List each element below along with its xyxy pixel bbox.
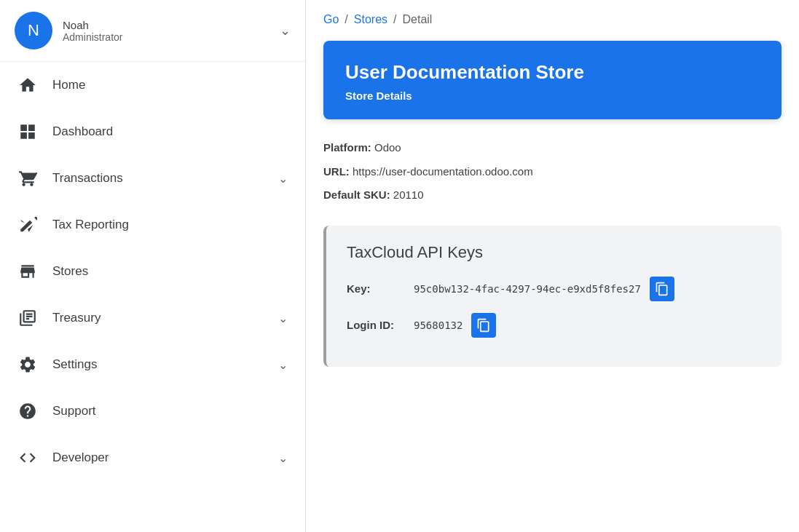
cart-icon xyxy=(17,168,38,188)
sidebar-item-treasury[interactable]: Treasury ⌄ xyxy=(0,295,305,341)
platform-label: Platform: xyxy=(323,141,371,154)
settings-chevron[interactable]: ⌄ xyxy=(278,358,288,372)
sidebar-item-label: Transactions xyxy=(52,171,264,186)
stores-icon xyxy=(17,261,38,282)
breadcrumb: Go / Stores / Detail xyxy=(306,0,799,26)
sku-value: 20110 xyxy=(393,188,424,201)
key-value: 95c0bw132-4fac-4297-94ec-e9xd5f8fes27 xyxy=(414,283,641,295)
sidebar-item-developer[interactable]: Developer ⌄ xyxy=(0,434,305,481)
sidebar-item-label: Tax Reporting xyxy=(52,218,288,232)
login-id-row: Login ID: 95680132 xyxy=(347,313,761,338)
store-details: Platform: Odoo URL: https://user-documen… xyxy=(306,119,799,223)
login-value: 95680132 xyxy=(414,319,463,331)
store-subtitle: Store Details xyxy=(345,90,760,102)
platform-row: Platform: Odoo xyxy=(323,140,782,156)
sidebar-item-stores[interactable]: Stores xyxy=(0,248,305,295)
sidebar-item-home[interactable]: Home xyxy=(0,62,305,108)
user-info: Noah Administrator xyxy=(63,19,269,43)
breadcrumb-sep1: / xyxy=(345,13,347,26)
transactions-chevron[interactable]: ⌄ xyxy=(278,172,288,186)
sidebar-item-label: Developer xyxy=(52,450,264,465)
url-row: URL: https://user-documentation.odoo.com xyxy=(323,164,782,180)
developer-icon xyxy=(17,448,38,468)
copy-key-button[interactable] xyxy=(650,277,674,301)
sidebar-item-tax-reporting[interactable]: Tax Reporting xyxy=(0,202,305,248)
sidebar-item-label: Treasury xyxy=(52,311,264,325)
main-content: Go / Stores / Detail User Documentation … xyxy=(306,0,799,532)
support-icon xyxy=(17,401,38,421)
user-name: Noah xyxy=(63,19,269,31)
dashboard-icon xyxy=(17,122,38,142)
sidebar-item-label: Stores xyxy=(52,264,288,279)
sidebar-item-label: Dashboard xyxy=(52,124,288,139)
treasury-icon xyxy=(17,308,38,328)
sku-row: Default SKU: 20110 xyxy=(323,187,782,204)
user-menu-chevron[interactable]: ⌄ xyxy=(280,23,291,39)
avatar: N xyxy=(15,12,52,49)
store-title: User Documentation Store xyxy=(345,61,760,84)
breadcrumb-go[interactable]: Go xyxy=(323,13,339,26)
settings-icon xyxy=(17,354,38,375)
sidebar-item-settings[interactable]: Settings ⌄ xyxy=(0,341,305,388)
nav-menu: Home Dashboard Transactions ⌄ xyxy=(0,62,305,481)
developer-chevron[interactable]: ⌄ xyxy=(278,451,288,465)
sidebar-item-dashboard[interactable]: Dashboard xyxy=(0,108,305,155)
platform-value: Odoo xyxy=(374,141,401,154)
tax-icon xyxy=(17,215,38,235)
breadcrumb-stores[interactable]: Stores xyxy=(354,13,387,26)
home-icon xyxy=(17,75,38,95)
sidebar-item-support[interactable]: Support xyxy=(0,388,305,434)
api-keys-card: TaxCloud API Keys Key: 95c0bw132-4fac-42… xyxy=(323,226,782,367)
sku-label: Default SKU: xyxy=(323,188,390,201)
sidebar-item-label: Home xyxy=(52,78,288,92)
user-profile-header[interactable]: N Noah Administrator ⌄ xyxy=(0,0,305,62)
breadcrumb-sep2: / xyxy=(393,13,396,26)
url-label: URL: xyxy=(323,165,350,178)
api-keys-title: TaxCloud API Keys xyxy=(347,243,761,262)
key-label: Key: xyxy=(347,282,405,295)
store-header-card: User Documentation Store Store Details xyxy=(323,41,782,119)
user-role: Administrator xyxy=(63,31,269,43)
copy-login-button[interactable] xyxy=(471,313,496,338)
sidebar-item-transactions[interactable]: Transactions ⌄ xyxy=(0,155,305,202)
url-value: https://user-documentation.odoo.com xyxy=(353,165,533,178)
sidebar-item-label: Support xyxy=(52,404,288,418)
breadcrumb-detail: Detail xyxy=(403,13,433,26)
login-label: Login ID: xyxy=(347,319,405,331)
sidebar-item-label: Settings xyxy=(52,357,264,372)
treasury-chevron[interactable]: ⌄ xyxy=(278,311,288,325)
api-key-row: Key: 95c0bw132-4fac-4297-94ec-e9xd5f8fes… xyxy=(347,277,761,301)
